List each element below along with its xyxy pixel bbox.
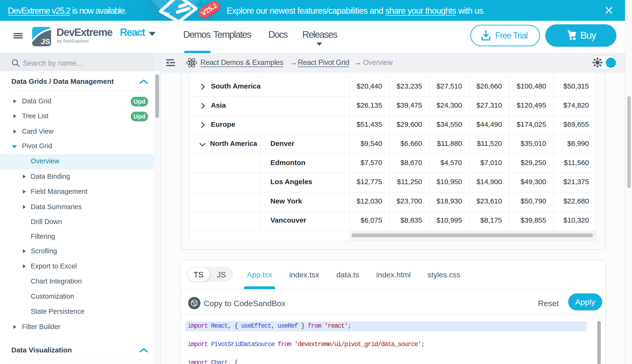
svg-text:JS: JS <box>41 37 50 46</box>
